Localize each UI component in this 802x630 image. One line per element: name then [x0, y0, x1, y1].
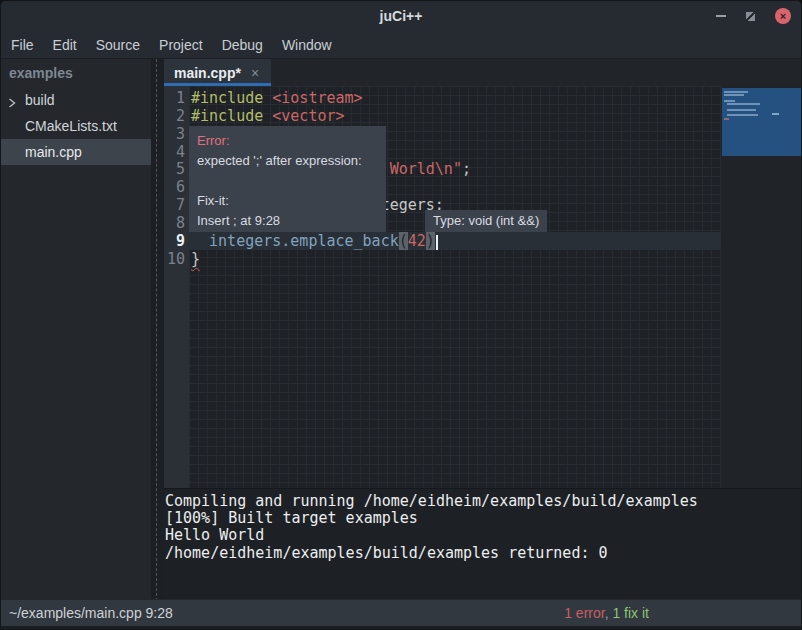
tab-close-icon[interactable]: × — [251, 66, 259, 80]
line-number: 8 — [160, 214, 185, 232]
code-token: ) — [426, 232, 435, 250]
code-token: #include — [191, 89, 272, 107]
project-name-label: examples — [1, 59, 151, 87]
file-label: main.cpp — [25, 144, 82, 160]
code-line-2[interactable]: #include <vector> — [189, 107, 721, 125]
juci-window: juCi++ × FileEditSourceProjectDebugWindo… — [0, 0, 802, 630]
code-token: integers.emplace_back — [209, 232, 399, 250]
status-error-count: 1 error — [564, 605, 604, 621]
minimap-line — [724, 91, 748, 93]
tooltip-error-title: Error: — [197, 131, 378, 151]
line-number: 5 — [160, 160, 185, 178]
menu-item-project[interactable]: Project — [159, 37, 203, 53]
window-title: juCi++ — [380, 8, 423, 24]
restore-icon[interactable] — [746, 12, 755, 21]
line-number: 1 — [160, 89, 185, 107]
menu-item-debug[interactable]: Debug — [222, 37, 263, 53]
code-line-10[interactable]: } — [189, 250, 721, 268]
code-token: <vector> — [272, 107, 344, 125]
tooltip-error-text — [197, 171, 378, 191]
sidebar-item-main-cpp[interactable]: main.cpp — [1, 139, 151, 165]
line-number: 3 — [160, 125, 185, 143]
minimap-line — [727, 103, 760, 105]
menu-item-edit[interactable]: Edit — [53, 37, 77, 53]
code-token: } — [191, 250, 200, 268]
text-cursor — [436, 235, 438, 250]
tooltip-error-text: Fix-it: — [197, 191, 378, 211]
minimap-line — [724, 118, 729, 120]
code-token: 42 — [408, 232, 426, 250]
tooltip-error-text: Insert ; at 9:28 — [197, 211, 378, 231]
minimize-icon[interactable] — [716, 15, 726, 17]
line-number: 7 — [160, 196, 185, 214]
line-number-gutter: 12345678910 — [164, 86, 189, 488]
type-tooltip: Type: void (int &&) — [425, 210, 547, 232]
sidebar-item-build[interactable]: build — [1, 87, 151, 113]
file-label: build — [25, 92, 55, 108]
file-tree: buildCMakeLists.txtmain.cpp — [1, 87, 151, 165]
close-icon[interactable]: × — [775, 8, 791, 24]
minimap-line — [772, 113, 779, 115]
menubar: FileEditSourceProjectDebugWindow — [1, 31, 801, 59]
minimap-line — [727, 109, 756, 111]
terminal-line: /home/eidheim/examples/build/examples re… — [165, 545, 802, 562]
tab-main-cpp[interactable]: main.cpp* × — [164, 59, 271, 86]
line-number: 10 — [160, 250, 185, 268]
menu-item-file[interactable]: File — [11, 37, 34, 53]
terminal-line: Hello World — [165, 527, 802, 544]
status-file-position: ~/examples/main.cpp 9:28 — [9, 605, 173, 621]
statusbar: ~/examples/main.cpp 9:28 1 error, 1 fix … — [1, 599, 802, 629]
terminal-line: [100%] Built target examples — [165, 510, 802, 527]
code-editor[interactable]: 12345678910 #include <iostream>#include … — [164, 86, 802, 488]
build-output-terminal[interactable]: Compiling and running /home/eidheim/exam… — [164, 488, 802, 601]
window-controls: × — [716, 1, 791, 31]
main-area: examples buildCMakeLists.txtmain.cpp mai… — [1, 59, 802, 601]
line-number: 6 — [160, 178, 185, 196]
line-number: 4 — [160, 143, 185, 161]
terminal-line: Compiling and running /home/eidheim/exam… — [165, 493, 802, 510]
code-token: World\n" — [390, 160, 462, 178]
menu-item-window[interactable]: Window — [282, 37, 332, 53]
code-line-9[interactable]: integers.emplace_back(42) — [189, 232, 721, 250]
code-token: ; — [462, 160, 471, 178]
status-fixit-count: 1 fix it — [612, 605, 649, 621]
error-tooltip: Error:expected ';' after expression:Fix-… — [189, 126, 386, 232]
tab-label: main.cpp* — [174, 65, 241, 81]
line-number: 2 — [160, 107, 185, 125]
code-token: #include — [191, 107, 272, 125]
minimap-line — [727, 114, 758, 116]
minimap-line — [724, 94, 744, 96]
status-diagnostics: 1 error, 1 fix it — [564, 605, 649, 621]
menu-item-source[interactable]: Source — [96, 37, 140, 53]
tooltip-error-text: expected ';' after expression: — [197, 151, 378, 171]
sidebar-item-cmakelists-txt[interactable]: CMakeLists.txt — [1, 113, 151, 139]
code-token: ( — [399, 232, 408, 250]
code-token: <iostream> — [272, 89, 362, 107]
chevron-right-icon[interactable] — [8, 95, 16, 111]
titlebar[interactable]: juCi++ × — [1, 1, 801, 31]
file-tree-sidebar: examples buildCMakeLists.txtmain.cpp — [1, 59, 151, 601]
tabbar: main.cpp* × — [164, 59, 802, 86]
minimap-line — [724, 100, 735, 102]
file-label: CMakeLists.txt — [25, 118, 117, 134]
minimap[interactable] — [722, 88, 802, 156]
line-number: 9 — [160, 232, 185, 250]
code-line-1[interactable]: #include <iostream> — [189, 89, 721, 107]
